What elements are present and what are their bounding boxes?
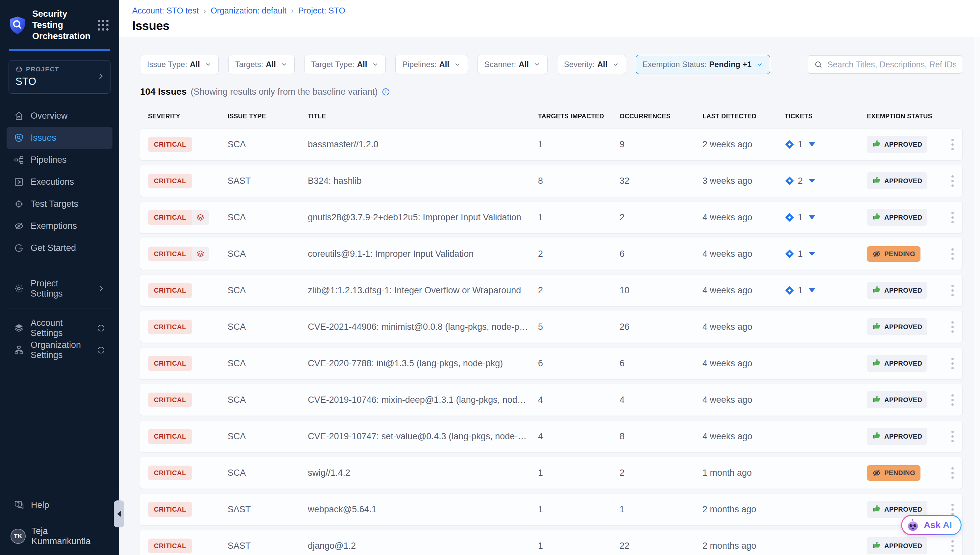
filter-scanner[interactable]: Scanner:All — [478, 55, 547, 74]
filter-severity[interactable]: Severity:All — [557, 55, 626, 74]
row-actions-menu-icon[interactable] — [950, 283, 956, 298]
breadcrumb-link-organization-default[interactable]: Organization: default — [210, 6, 286, 16]
chevron-down-icon — [756, 61, 763, 68]
occurrences: 32 — [619, 176, 703, 186]
user-menu[interactable]: TK Teja Kummarikuntla — [0, 526, 119, 547]
ticket-dropdown-caret[interactable] — [809, 288, 815, 292]
jira-ticket-icon — [785, 212, 794, 222]
sidebar-item-test-targets[interactable]: Test Targets — [6, 193, 112, 215]
row-actions-menu-icon[interactable] — [950, 246, 956, 262]
user-name: Teja Kummarikuntla — [32, 526, 109, 547]
ticket-dropdown-caret[interactable] — [809, 215, 815, 219]
exemption-status-badge: APPROVED — [867, 282, 927, 299]
ticket-dropdown-caret[interactable] — [809, 179, 815, 183]
severity-label: CRITICAL — [148, 283, 192, 298]
sidebar-item-executions[interactable]: Executions — [6, 171, 112, 193]
help-button[interactable]: Help — [0, 500, 119, 510]
ticket-dropdown-caret[interactable] — [809, 142, 815, 146]
last-detected: 4 weeks ago — [703, 358, 785, 369]
ticket-count: 1 — [798, 249, 803, 259]
breadcrumb-separator: › — [291, 6, 294, 16]
target-icon — [14, 199, 24, 209]
filter-targets[interactable]: Targets:All — [228, 55, 295, 74]
last-detected: 2 weeks ago — [703, 140, 785, 149]
search-icon — [814, 60, 823, 69]
filter-target-type[interactable]: Target Type:All — [304, 55, 386, 74]
sidebar-item-project-settings[interactable]: Project Settings — [6, 278, 112, 300]
breadcrumb-link-project-sto[interactable]: Project: STO — [298, 6, 345, 16]
filter-value: All — [357, 60, 367, 69]
sidebar-item-account-settings[interactable]: Account Settings — [6, 317, 112, 339]
exemption-status-label: APPROVED — [884, 506, 922, 513]
row-actions-menu-icon[interactable] — [950, 538, 956, 554]
sidebar-item-pipelines[interactable]: Pipelines — [6, 149, 112, 171]
issue-title: zlib@1:1.2.13.dfsg-1: Integer Overflow o… — [308, 286, 538, 295]
info-icon[interactable] — [382, 87, 390, 96]
account-icon — [14, 323, 24, 333]
sidebar-item-organization-settings[interactable]: Organization Settings — [6, 339, 112, 361]
severity-label: CRITICAL — [148, 137, 192, 152]
last-detected: 3 weeks ago — [703, 176, 785, 186]
sidebar-item-label: Get Started — [30, 243, 76, 253]
issue-row[interactable]: CRITICALSCACVE-2021-44906: minimist@0.0.… — [140, 311, 962, 343]
row-actions-menu-icon[interactable] — [950, 319, 956, 335]
sidebar-item-issues[interactable]: Issues — [6, 127, 112, 149]
sidebar-nav-secondary: Project SettingsAccount SettingsOrganiza… — [0, 278, 119, 361]
row-actions-menu-icon[interactable] — [950, 392, 956, 408]
info-icon[interactable] — [97, 324, 105, 332]
severity-badge: CRITICAL — [148, 465, 192, 480]
sidebar-collapse-handle[interactable] — [114, 500, 124, 528]
row-actions-menu-icon[interactable] — [950, 356, 956, 371]
sidebar-item-overview[interactable]: Overview — [6, 105, 112, 127]
issue-row[interactable]: CRITICALSASTB324: hashlib8323 weeks ago2… — [140, 165, 962, 197]
row-actions-menu-icon[interactable] — [950, 465, 956, 481]
issue-row[interactable]: CRITICALSCAcoreutils@9.1-1: Improper Inp… — [140, 238, 962, 269]
row-actions-menu-icon[interactable] — [950, 137, 956, 152]
issue-row[interactable]: CRITICALSASTdjango@1.21222 months agoAPP… — [140, 530, 962, 555]
issue-row[interactable]: CRITICALSCAzlib@1:1.2.13.dfsg-1: Integer… — [140, 274, 962, 306]
info-icon[interactable] — [97, 346, 105, 354]
filter-pipelines[interactable]: Pipelines:All — [395, 55, 468, 74]
jira-ticket-icon — [785, 286, 794, 295]
layers-icon — [192, 247, 209, 261]
severity-badge: CRITICAL — [148, 173, 192, 188]
app-root: Security Testing Orchestration PROJECT S… — [0, 0, 980, 555]
gear-icon — [14, 284, 24, 294]
project-name: STO — [16, 75, 104, 87]
row-actions-menu-icon[interactable] — [950, 210, 956, 225]
project-selector[interactable]: PROJECT STO — [8, 60, 111, 94]
targets-impacted: 1 — [538, 212, 619, 223]
issue-type: SCA — [228, 212, 308, 223]
ticket-dropdown-caret[interactable] — [809, 252, 815, 256]
search-box[interactable] — [808, 55, 962, 74]
issue-row[interactable]: CRITICALSCACVE-2019-10747: set-value@0.4… — [140, 420, 962, 452]
issue-row[interactable]: CRITICALSCAswig//1.4.2121 month agoPENDI… — [140, 457, 962, 489]
thumbs-up-icon — [872, 395, 881, 405]
ask-ai-button[interactable]: Ask AI — [901, 515, 962, 535]
filter-issue-type[interactable]: Issue Type:All — [140, 55, 219, 74]
filter-label: Pipelines: — [402, 60, 436, 69]
search-input[interactable] — [828, 60, 956, 69]
breadcrumb-link-account-sto-test[interactable]: Account: STO test — [132, 6, 199, 16]
filter-label: Targets: — [235, 60, 263, 69]
layers-icon — [192, 210, 209, 225]
module-switcher-icon[interactable] — [96, 18, 110, 32]
issue-row[interactable]: CRITICALSCAbassmaster//1.2.0192 weeks ag… — [140, 128, 962, 160]
issue-row[interactable]: CRITICALSCACVE-2019-10746: mixin-deep@1.… — [140, 384, 962, 415]
severity-label: CRITICAL — [148, 210, 192, 225]
issue-title: CVE-2019-10747: set-value@0.4.3 (lang-pk… — [308, 431, 538, 441]
sidebar-item-exemptions[interactable]: Exemptions — [6, 215, 112, 237]
row-actions-menu-icon[interactable] — [950, 173, 956, 189]
collapse-left-icon — [117, 511, 121, 517]
page-title: Issues — [132, 19, 980, 33]
targets-impacted: 4 — [538, 431, 619, 441]
sidebar-item-get-started[interactable]: Get Started — [6, 237, 112, 259]
issue-row[interactable]: CRITICALSASTwebpack@5.64.1112 months ago… — [140, 494, 962, 525]
issue-row[interactable]: CRITICALSCAgnutls28@3.7.9-2+deb12u5: Imp… — [140, 202, 962, 233]
issue-row[interactable]: CRITICALSCACVE-2020-7788: ini@1.3.5 (lan… — [140, 348, 962, 379]
filter-exemption-status[interactable]: Exemption Status:Pending +1 — [636, 55, 770, 74]
row-actions-menu-icon[interactable] — [950, 429, 956, 444]
targets-impacted: 8 — [538, 176, 619, 186]
exemption-status-label: APPROVED — [884, 214, 922, 221]
thumbs-up-icon — [872, 176, 881, 186]
